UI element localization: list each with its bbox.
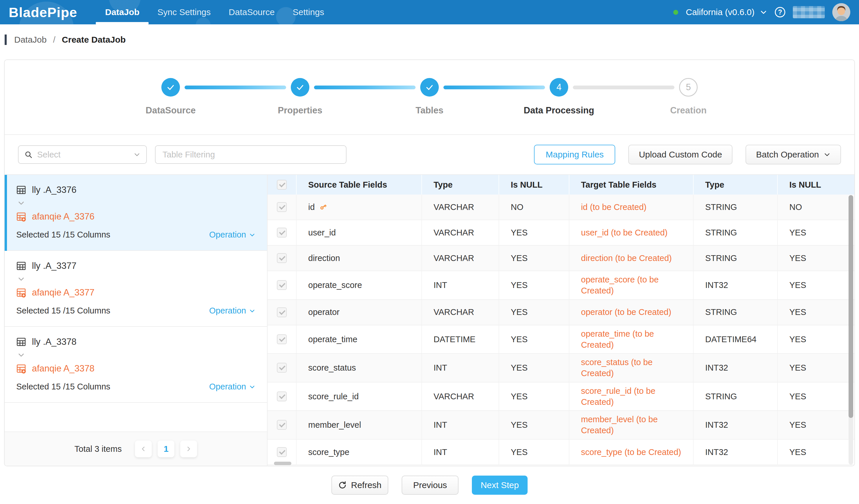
header-source-type: Type (422, 175, 499, 194)
chevron-left-icon (140, 446, 147, 452)
pagination-page-1[interactable]: 1 (157, 441, 175, 457)
chevron-down-icon (17, 199, 25, 207)
step-properties: Properties (291, 78, 310, 97)
nav-right-cluster: California (v0.6.0) ? (673, 3, 850, 21)
source-type-cell: INT (422, 271, 499, 299)
target-field-cell[interactable]: user_id (to be Created) (569, 220, 694, 245)
pagination-prev-button[interactable] (135, 441, 152, 457)
table-pair-item[interactable]: lly .A_3376 (5, 175, 267, 251)
step-number-circle: 5 (679, 78, 698, 97)
map-direction-chevron[interactable] (17, 275, 255, 284)
sidebar-pagination: Total 3 items 1 (5, 431, 267, 466)
next-step-button[interactable]: Next Step (472, 476, 528, 495)
target-field-cell[interactable]: operate_score (to be Created) (569, 271, 694, 299)
target-field-cell[interactable]: member_level (to be Created) (569, 411, 694, 439)
breadcrumb-parent[interactable]: DataJob (14, 35, 47, 45)
source-field-cell: score_rule_id (297, 382, 422, 411)
nav-item-datajob[interactable]: DataJob (105, 0, 139, 25)
source-isnull-cell: NO (499, 194, 569, 220)
map-direction-chevron[interactable] (17, 199, 255, 208)
row-checkbox[interactable] (277, 447, 287, 457)
row-checkbox-cell (268, 325, 297, 353)
pagination-next-button[interactable] (180, 441, 197, 457)
table-header-row: Source Table Fields Type Is NULL Target … (268, 175, 854, 194)
wizard-footer: Refresh Previous Next Step (0, 466, 859, 504)
target-field-cell[interactable]: operator (to be Created) (569, 300, 694, 325)
row-checkbox[interactable] (277, 334, 287, 344)
header-source-fields: Source Table Fields (297, 175, 422, 194)
row-checkbox[interactable] (277, 280, 287, 290)
upload-custom-code-button[interactable]: Upload Custom Code (628, 145, 733, 164)
target-field-cell[interactable]: direction (to be Created) (569, 246, 694, 270)
target-table-name: afanqie A_3377 (32, 287, 95, 298)
row-checkbox[interactable] (277, 363, 287, 373)
target-isnull-cell: YES (778, 411, 854, 439)
operation-dropdown[interactable]: Operation (209, 382, 255, 392)
source-table-row: lly .A_3376 (16, 185, 255, 195)
source-isnull-cell: YES (499, 411, 569, 439)
row-checkbox-cell (268, 220, 297, 245)
breadcrumb-accent-bar (5, 34, 7, 45)
row-checkbox[interactable] (277, 253, 287, 263)
step-data-processing: 4 Data Processing (549, 78, 568, 97)
source-type-cell: VARCHAR (422, 194, 499, 220)
select-all-checkbox[interactable] (277, 180, 287, 190)
batch-operation-button[interactable]: Batch Operation (745, 145, 841, 164)
step-number-circle: 4 (549, 78, 568, 97)
step-check-circle (161, 78, 180, 97)
table-row: id VARCHAR NO (268, 194, 854, 220)
check-icon (166, 83, 175, 92)
table-row: member_level INT YES (268, 411, 854, 440)
table-filter-input[interactable] (155, 145, 347, 164)
breadcrumb: DataJob / Create DataJob (0, 25, 859, 55)
horizontal-scrollbar-thumb[interactable] (274, 462, 291, 465)
avatar[interactable] (832, 3, 850, 21)
nav-item-sync-settings[interactable]: Sync Settings (157, 0, 211, 25)
target-field-cell[interactable]: operate_time (to be Created) (569, 325, 694, 353)
target-field-cell[interactable]: score_status (to be Created) (569, 354, 694, 382)
selected-columns-info: Selected 15 /15 Columns (16, 382, 110, 392)
help-icon[interactable]: ? (775, 7, 785, 17)
source-isnull-cell: YES (499, 440, 569, 464)
row-checkbox[interactable] (277, 227, 287, 237)
row-checkbox[interactable] (277, 420, 287, 430)
page-title: Create DataJob (62, 35, 126, 45)
step-connector (573, 85, 675, 89)
row-checkbox[interactable] (277, 308, 287, 317)
previous-button[interactable]: Previous (402, 476, 458, 495)
top-nav: BladePipe DataJob Sync Settings DataSour… (0, 0, 859, 25)
table-pair-item[interactable]: lly .A_3378 (5, 327, 267, 403)
target-table-name: afanqie A_3376 (32, 211, 95, 222)
row-checkbox-cell (268, 194, 297, 220)
target-table-row: afanqie A_3378 (16, 363, 255, 374)
target-field-cell[interactable]: id (to be Created) (569, 194, 694, 220)
target-field-cell[interactable]: score_type (to be Created) (569, 440, 694, 464)
mapping-rules-button[interactable]: Mapping Rules (534, 145, 615, 164)
status-dot-icon (673, 10, 678, 15)
source-table-icon (16, 261, 26, 271)
refresh-button[interactable]: Refresh (331, 476, 388, 495)
row-checkbox[interactable] (277, 392, 287, 401)
table-pair-item[interactable]: lly .A_3377 (5, 251, 267, 327)
nav-item-datasource[interactable]: DataSource (229, 0, 274, 25)
step-check-circle (291, 78, 310, 97)
avatar-image (832, 3, 850, 21)
target-type-cell: STRING (694, 220, 778, 245)
chevron-down-icon (760, 9, 767, 16)
source-field-cell: operate_time (297, 325, 422, 353)
target-isnull-cell: YES (778, 246, 854, 270)
select-dropdown[interactable]: Select (18, 145, 147, 164)
source-type-cell: DATETIME (422, 325, 499, 353)
region-selector[interactable]: California (v0.6.0) (686, 7, 767, 17)
refresh-icon (338, 481, 347, 489)
operation-dropdown[interactable]: Operation (209, 230, 255, 239)
target-isnull-cell: YES (778, 271, 854, 299)
vertical-scrollbar-thumb[interactable] (848, 195, 853, 418)
source-type-cell: INT (422, 411, 499, 439)
operation-dropdown[interactable]: Operation (209, 306, 255, 315)
target-field-cell[interactable]: score_rule_id (to be Created) (569, 382, 694, 411)
map-direction-chevron[interactable] (17, 351, 255, 360)
chevron-right-icon (185, 446, 192, 452)
row-checkbox[interactable] (277, 202, 287, 212)
nav-item-settings[interactable]: Settings (292, 0, 324, 25)
